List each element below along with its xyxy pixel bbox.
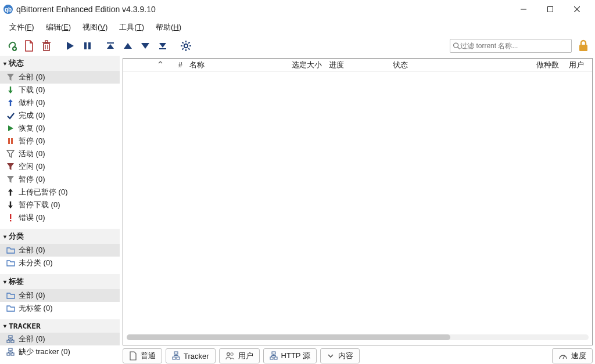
download-arrow-icon [6, 85, 15, 95]
tab-label: Tracker [184, 352, 209, 361]
filter-input[interactable] [460, 42, 569, 50]
lock-icon[interactable] [578, 39, 589, 52]
maximize-button[interactable] [537, 1, 564, 18]
sidebar-item-label: 暂停下载 (0) [19, 200, 60, 210]
svg-rect-59 [11, 353, 14, 355]
tracker-all[interactable]: 全部 (0) [0, 333, 120, 345]
tab-tracker[interactable]: Tracker [166, 348, 216, 363]
col-seeds[interactable]: 做种数 [500, 60, 562, 70]
menu-file[interactable]: 文件(F) [3, 20, 40, 35]
add-link-button[interactable] [3, 38, 20, 54]
sidebar-header-label: 标签 [9, 276, 24, 287]
sidebar-header-label: TRACKER [9, 322, 41, 330]
move-down-button[interactable] [137, 38, 153, 54]
move-up-button[interactable] [120, 38, 136, 54]
network-icon [270, 351, 278, 361]
horizontal-scrollbar[interactable] [127, 333, 589, 341]
status-stalled[interactable]: 暂停 (0) [0, 173, 120, 186]
upload-black-icon [6, 188, 15, 197]
folder-icon [6, 258, 15, 268]
status-stalled-uploading[interactable]: 上传已暂停 (0) [0, 186, 120, 199]
tab-speed[interactable]: 速度 [552, 348, 593, 363]
svg-marker-41 [7, 150, 14, 157]
filter-search-box[interactable] [450, 39, 572, 53]
svg-marker-37 [8, 99, 13, 102]
status-paused[interactable]: 暂停 (0) [0, 135, 120, 147]
svg-line-31 [458, 47, 460, 49]
details-tabs: 普通 Tracker 用户 HTTP 源 内容 速度 [123, 345, 593, 364]
tab-label: 用户 [238, 351, 253, 361]
gauge-icon [558, 352, 568, 360]
svg-rect-40 [11, 138, 13, 144]
menu-help[interactable]: 帮助(H) [150, 20, 187, 35]
col-status[interactable]: 状态 [389, 60, 500, 70]
window-title: qBittorrent Enhanced Edition v4.3.9.10 [16, 5, 156, 14]
settings-button[interactable] [178, 38, 194, 54]
menu-bar: 文件(F) 编辑(E) 视图(V) 工具(T) 帮助(H) [0, 19, 595, 36]
svg-rect-49 [10, 220, 11, 221]
menu-view[interactable]: 视图(V) [77, 20, 113, 35]
svg-rect-64 [174, 352, 178, 354]
sidebar-header-tracker[interactable]: ▾ TRACKER [0, 319, 120, 333]
torrent-list-body[interactable] [123, 71, 592, 345]
menu-edit[interactable]: 编辑(E) [40, 20, 77, 35]
error-icon [6, 213, 15, 222]
delete-button[interactable] [38, 38, 55, 54]
status-inactive[interactable]: 空闲 (0) [0, 160, 120, 173]
tab-peers[interactable]: 用户 [219, 348, 260, 363]
network-icon [6, 347, 15, 356]
col-num[interactable]: # [123, 60, 186, 69]
svg-rect-1 [548, 7, 553, 12]
col-progress[interactable]: 进度 [325, 60, 389, 70]
svg-rect-7 [44, 44, 49, 51]
status-completed[interactable]: 完成 (0) [0, 109, 120, 122]
col-size[interactable]: 选定大小 [279, 60, 325, 70]
svg-rect-13 [84, 42, 87, 49]
add-file-button[interactable] [21, 38, 37, 54]
status-active[interactable]: 活动 (0) [0, 147, 120, 160]
sidebar-header-category[interactable]: ▾ 分类 [0, 229, 120, 244]
search-icon [453, 42, 460, 50]
move-top-button[interactable] [102, 38, 119, 54]
svg-point-71 [227, 353, 230, 356]
category-uncategorized[interactable]: 未分类 (0) [0, 257, 120, 269]
col-name[interactable]: 名称 [186, 60, 279, 70]
tab-general[interactable]: 普通 [123, 348, 162, 363]
status-downloading[interactable]: 下载 (0) [0, 84, 120, 96]
tag-all[interactable]: 全部 (0) [0, 289, 120, 302]
main-area: # 名称 选定大小 进度 状态 做种数 用户 普通 T [120, 56, 595, 364]
column-headers: # 名称 选定大小 进度 状态 做种数 用户 [123, 59, 592, 71]
sidebar-item-label: 无标签 (0) [19, 304, 53, 313]
move-bottom-button[interactable] [155, 38, 171, 54]
sidebar-item-label: 未分类 (0) [19, 258, 53, 268]
col-users[interactable]: 用户 [562, 60, 592, 70]
minimize-button[interactable] [510, 1, 537, 18]
sidebar-header-tag[interactable]: ▾ 标签 [0, 274, 120, 289]
menu-tools[interactable]: 工具(T) [113, 20, 150, 35]
sidebar-item-label: 缺少 tracker (0) [19, 347, 70, 356]
status-seeding[interactable]: 做种 (0) [0, 96, 120, 109]
tab-content[interactable]: 内容 [320, 348, 360, 363]
sidebar-item-label: 上传已暂停 (0) [19, 188, 68, 197]
category-all[interactable]: 全部 (0) [0, 244, 120, 257]
sidebar-item-label: 下载 (0) [19, 85, 45, 95]
tracker-missing[interactable]: 缺少 tracker (0) [0, 345, 120, 358]
status-resumed[interactable]: 恢复 (0) [0, 122, 120, 135]
svg-rect-32 [579, 45, 587, 51]
svg-line-80 [563, 355, 565, 359]
status-errored[interactable]: 错误 (0) [0, 211, 120, 224]
pause-button[interactable] [79, 38, 95, 54]
sidebar-item-label: 恢复 (0) [19, 124, 45, 133]
svg-marker-35 [8, 91, 13, 93]
resume-button[interactable] [62, 38, 78, 54]
sidebar-header-status[interactable]: ▾ 状态 [0, 56, 120, 71]
tag-untagged[interactable]: 无标签 (0) [0, 302, 120, 315]
svg-marker-12 [67, 42, 74, 50]
sidebar-item-label: 全部 (0) [19, 291, 45, 300]
svg-marker-33 [7, 74, 14, 81]
funnel-solid-icon [6, 162, 15, 171]
status-stalled-downloading[interactable]: 暂停下载 (0) [0, 199, 120, 211]
close-button[interactable] [564, 1, 590, 18]
status-all[interactable]: 全部 (0) [0, 71, 120, 84]
tab-http[interactable]: HTTP 源 [263, 348, 317, 363]
